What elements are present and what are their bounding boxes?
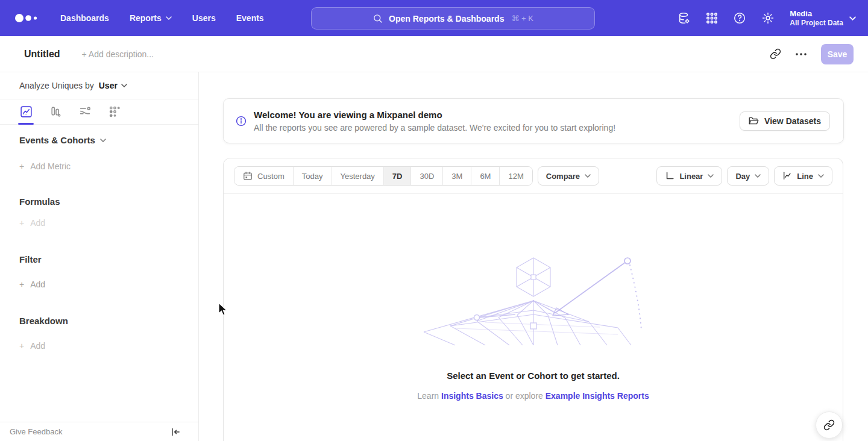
- mixpanel-logo-icon[interactable]: [14, 13, 40, 23]
- chevron-down-icon: [585, 174, 591, 178]
- add-filter-button[interactable]: + Add: [19, 280, 45, 289]
- range-7d[interactable]: 7D: [384, 167, 412, 185]
- linear-axis-icon: [665, 171, 675, 181]
- chevron-down-icon: [121, 84, 127, 87]
- range-12m[interactable]: 12M: [500, 167, 532, 185]
- banner-subtitle: All the reports you see are powered by a…: [254, 123, 615, 133]
- link-icon: [823, 419, 835, 431]
- insights-basics-link[interactable]: Insights Basics: [441, 391, 503, 401]
- calendar-icon: [243, 171, 253, 181]
- chart-toolbar: Custom Today Yesterday 7D 30D 3M 6M 12M …: [224, 158, 843, 194]
- events-cohorts-section-title[interactable]: Events & Cohorts: [19, 135, 106, 145]
- chevron-down-icon: [755, 174, 761, 178]
- nav-dashboards[interactable]: Dashboards: [60, 13, 109, 23]
- scale-dropdown[interactable]: Linear: [656, 166, 722, 186]
- range-custom[interactable]: Custom: [234, 167, 294, 185]
- search-shortcut: ⌘ + K: [511, 14, 533, 23]
- flows-icon: [79, 105, 92, 118]
- demo-welcome-banner: Welcome! You are viewing a Mixpanel demo…: [223, 98, 844, 143]
- plus-icon: +: [19, 341, 24, 351]
- retention-grid-icon: [108, 105, 121, 118]
- analyze-by-dropdown[interactable]: User: [99, 81, 127, 90]
- tab-retention[interactable]: [107, 99, 122, 124]
- banner-title: Welcome! You are viewing a Mixpanel demo: [254, 110, 615, 120]
- breakdown-section-title: Breakdown: [19, 316, 68, 326]
- compare-dropdown[interactable]: Compare: [538, 166, 599, 186]
- range-6m[interactable]: 6M: [471, 167, 500, 185]
- chart-type-dropdown[interactable]: Line: [774, 166, 832, 186]
- more-options-icon[interactable]: [796, 53, 807, 55]
- save-button[interactable]: Save: [821, 44, 854, 64]
- line-chart-type-icon: [782, 171, 792, 181]
- help-icon[interactable]: [733, 11, 746, 25]
- report-panel: Custom Today Yesterday 7D 30D 3M 6M 12M …: [223, 158, 843, 441]
- folder-icon: [749, 116, 759, 125]
- tab-bar-chart[interactable]: [48, 99, 63, 124]
- give-feedback-link[interactable]: Give Feedback: [10, 427, 62, 436]
- plus-icon: +: [19, 161, 24, 171]
- date-range-control: Custom Today Yesterday 7D 30D 3M 6M 12M: [234, 166, 533, 186]
- project-selector[interactable]: Media All Project Data: [790, 9, 856, 28]
- formulas-section-title: Formulas: [19, 196, 60, 207]
- add-formula-button[interactable]: + Add: [19, 218, 45, 228]
- analyze-label: Analyze Uniques by: [19, 81, 94, 90]
- analyze-uniques-row: Analyze Uniques by User: [0, 72, 198, 99]
- report-header: Untitled + Add description... Save: [0, 36, 868, 72]
- range-yesterday[interactable]: Yesterday: [332, 167, 384, 185]
- plus-icon: +: [19, 280, 24, 289]
- top-nav: Dashboards Reports Users Events Open Rep…: [0, 0, 868, 36]
- project-scope: All Project Data: [790, 19, 843, 28]
- range-today[interactable]: Today: [294, 167, 332, 185]
- collapse-sidebar-icon[interactable]: [171, 428, 180, 436]
- bar-chart-icon: [49, 105, 62, 118]
- primary-nav: Dashboards Reports Users Events: [60, 13, 264, 23]
- main-content: Welcome! You are viewing a Mixpanel demo…: [199, 72, 868, 441]
- global-search-input[interactable]: Open Reports & Dashboards ⌘ + K: [311, 7, 595, 30]
- settings-gear-icon[interactable]: [761, 11, 775, 25]
- plus-icon: +: [19, 218, 24, 228]
- example-insights-reports-link[interactable]: Example Insights Reports: [546, 391, 649, 401]
- chevron-down-icon: [708, 174, 714, 178]
- tab-insights[interactable]: [18, 99, 34, 124]
- add-breakdown-button[interactable]: + Add: [19, 341, 45, 351]
- copy-link-icon[interactable]: [770, 48, 781, 60]
- search-placeholder: Open Reports & Dashboards: [389, 14, 504, 23]
- chevron-down-icon: [166, 16, 172, 20]
- tab-flows[interactable]: [77, 99, 93, 124]
- search-icon: [373, 13, 383, 23]
- filter-section-title: Filter: [19, 254, 42, 264]
- range-3m[interactable]: 3M: [443, 167, 471, 185]
- query-builder-sidebar: Analyze Uniques by User: [0, 72, 199, 441]
- range-30d[interactable]: 30D: [411, 167, 443, 185]
- line-chart-icon: [20, 105, 33, 118]
- nav-users[interactable]: Users: [192, 13, 216, 23]
- chevron-down-icon: [849, 16, 856, 20]
- empty-state-illustration: [419, 255, 648, 346]
- interval-dropdown[interactable]: Day: [727, 166, 769, 186]
- chevron-down-icon: [100, 139, 106, 142]
- nav-reports[interactable]: Reports: [130, 13, 172, 23]
- add-metric-button[interactable]: + Add Metric: [19, 161, 71, 171]
- empty-state-links: Learn Insights Basics or explore Example…: [224, 391, 843, 401]
- apps-grid-icon[interactable]: [706, 12, 718, 24]
- empty-state-title: Select an Event or Cohort to get started…: [224, 371, 843, 381]
- view-datasets-button[interactable]: View Datasets: [740, 111, 830, 131]
- report-title[interactable]: Untitled: [24, 49, 60, 60]
- info-icon: [236, 116, 247, 127]
- project-name: Media: [790, 9, 843, 19]
- nav-events[interactable]: Events: [236, 13, 264, 23]
- data-management-icon[interactable]: [678, 11, 691, 25]
- visualization-tabs: [0, 99, 198, 125]
- chevron-down-icon: [818, 174, 824, 178]
- add-description-field[interactable]: + Add description...: [82, 49, 154, 59]
- share-link-fab[interactable]: [816, 411, 843, 439]
- sidebar-footer: Give Feedback: [0, 422, 198, 441]
